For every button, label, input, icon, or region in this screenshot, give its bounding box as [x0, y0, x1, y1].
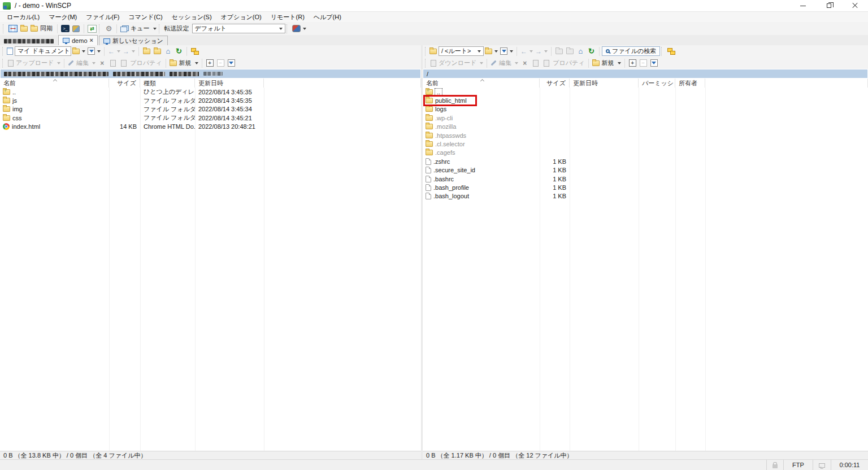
transfer-mode-button[interactable] [86, 23, 98, 34]
local-back-button[interactable] [107, 46, 121, 56]
sync-browsing-button[interactable] [19, 23, 29, 34]
remote-new-button[interactable]: 新規 [591, 58, 622, 68]
chevron-down-icon [57, 62, 60, 64]
menu-mark[interactable]: マーク(M) [44, 12, 81, 23]
local-filter-button[interactable] [86, 46, 102, 56]
menu-local[interactable]: ローカル(L) [2, 12, 44, 23]
local-copy-button[interactable] [118, 58, 129, 68]
toolbar-grip [2, 47, 5, 56]
menu-file[interactable]: ファイル(F) [81, 12, 124, 23]
remote-back-button[interactable] [519, 46, 534, 56]
file-row-public_html[interactable]: public_html [423, 96, 868, 105]
menu-command[interactable]: コマンド(C) [124, 12, 167, 23]
menu-session[interactable]: セッション(S) [167, 12, 216, 23]
remote-unselect-button[interactable]: − [638, 58, 649, 68]
file-row-.wp-cli[interactable]: .wp-cli [423, 114, 868, 122]
file-name: index.html [3, 123, 40, 130]
menu-options[interactable]: オプション(O) [216, 12, 266, 23]
synchronize-button[interactable]: 同期 [29, 23, 55, 34]
find-files-button[interactable]: ファイルの検索 [602, 46, 660, 56]
column-header-size[interactable]: サイズ [109, 79, 140, 88]
file-row-.htpasswds[interactable]: .htpasswds [423, 131, 868, 140]
column-header-type[interactable]: 種類 [140, 79, 195, 88]
file-row-.bash_logout[interactable]: .bash_logout1 KB [423, 192, 868, 201]
commander-layout-button[interactable] [7, 23, 19, 34]
file-row-.bash_profile[interactable]: .bash_profile1 KB [423, 183, 868, 192]
file-row-js[interactable]: jsファイル フォルダー2022/08/14 3:45:35 [0, 96, 421, 105]
console-tools-button[interactable] [71, 23, 81, 34]
local-forward-button[interactable] [121, 46, 136, 56]
remote-delete-button[interactable] [519, 58, 530, 68]
column-header-owner[interactable]: 所有者 [675, 79, 705, 88]
open-terminal-button[interactable] [60, 23, 71, 34]
file-row-.secure_site_id[interactable]: .secure_site_id1 KB [423, 166, 868, 175]
local-new-button[interactable]: 新規 [168, 58, 199, 68]
local-unselect-button[interactable]: − [215, 58, 226, 68]
file-row-..[interactable]: .. [423, 88, 868, 96]
remote-home-button[interactable] [575, 46, 586, 56]
file-name-cell: .bashrc [423, 176, 540, 182]
remote-filter-button[interactable] [499, 46, 514, 56]
transfer-settings-dropdown[interactable]: デフォルト [192, 24, 285, 33]
remote-parent-directory-button[interactable] [554, 46, 565, 56]
file-row-.zshrc[interactable]: .zshrc1 KB [423, 157, 868, 166]
remote-open-directory-button[interactable] [484, 46, 499, 56]
session-color-button[interactable] [291, 23, 307, 34]
remote-path-bar[interactable]: / [423, 69, 867, 78]
preferences-button[interactable] [103, 23, 114, 34]
local-home-button[interactable] [163, 46, 173, 56]
remote-select-button[interactable]: + [627, 58, 638, 68]
file-row-.mozilla[interactable]: .mozilla [423, 123, 868, 131]
file-row-.cagefs[interactable]: .cagefs [423, 149, 868, 157]
restore-button[interactable] [816, 0, 842, 11]
up-folder-icon [3, 89, 10, 95]
minimize-button[interactable] [790, 0, 816, 11]
tab-new-session[interactable]: 新しいセッション [99, 36, 168, 45]
local-properties-label[interactable]: プロパティ [129, 59, 163, 67]
column-header-modified[interactable]: 更新日時 [570, 79, 639, 88]
file-row-logs[interactable]: logs [423, 105, 868, 114]
file-row-.cl.selector[interactable]: .cl.selector [423, 140, 868, 148]
local-tree-button[interactable] [189, 46, 200, 56]
column-header-size[interactable]: サイズ [540, 79, 570, 88]
queue-button[interactable]: キュー [119, 23, 158, 34]
download-button[interactable]: ダウンロード [429, 58, 484, 68]
local-parent-directory-button[interactable] [141, 46, 152, 56]
remote-tree-button[interactable] [666, 46, 676, 56]
remote-selection-filter-button[interactable] [649, 58, 659, 68]
notifications-cell[interactable] [813, 460, 831, 470]
local-edit-button[interactable]: 編集 [67, 58, 97, 68]
remote-edit-button[interactable]: 編集 [489, 58, 519, 68]
local-select-button[interactable]: + [205, 58, 215, 68]
upload-button[interactable]: アップロード [7, 58, 62, 68]
file-row-..[interactable]: ..ひとつ上のディレクトリ2022/08/14 3:45:35 [0, 88, 421, 96]
local-root-directory-button[interactable] [152, 46, 163, 56]
remote-refresh-button[interactable] [586, 46, 597, 56]
local-rename-button[interactable] [107, 58, 118, 68]
protocol-label: FTP [792, 462, 804, 468]
file-name-text: .cl.selector [435, 141, 465, 147]
local-open-directory-button[interactable] [71, 46, 86, 56]
remote-forward-button[interactable] [534, 46, 549, 56]
local-path-bar[interactable] [1, 69, 420, 78]
menu-help[interactable]: ヘルプ(H) [309, 12, 346, 23]
file-row-.bashrc[interactable]: .bashrc1 KB [423, 175, 868, 183]
local-directory-dropdown[interactable]: マイ ドキュメント [15, 46, 71, 56]
close-button[interactable] [842, 0, 868, 11]
local-delete-button[interactable] [97, 58, 107, 68]
remote-copy-button[interactable] [541, 58, 552, 68]
file-row-css[interactable]: cssファイル フォルダー2022/08/14 3:45:21 [0, 114, 421, 122]
remote-root-directory-button[interactable] [565, 46, 575, 56]
menu-remote[interactable]: リモート(R) [266, 12, 309, 23]
tab-close-icon[interactable] [90, 37, 93, 43]
column-header-permissions[interactable]: パーミッション [639, 79, 675, 88]
file-row-img[interactable]: imgファイル フォルダー2022/08/14 3:45:34 [0, 105, 421, 114]
local-refresh-button[interactable] [173, 46, 184, 56]
remote-properties-label[interactable]: プロパティ [552, 59, 585, 67]
remote-directory-dropdown[interactable]: / <ルート> [439, 46, 484, 56]
tab-demo[interactable]: demo [58, 35, 98, 45]
remote-rename-button[interactable] [530, 58, 541, 68]
column-header-modified[interactable]: 更新日時 [195, 79, 264, 88]
file-row-index.html[interactable]: index.html14 KBChrome HTML Do...2022/08/… [0, 123, 421, 131]
local-selection-filter-button[interactable] [226, 58, 237, 68]
